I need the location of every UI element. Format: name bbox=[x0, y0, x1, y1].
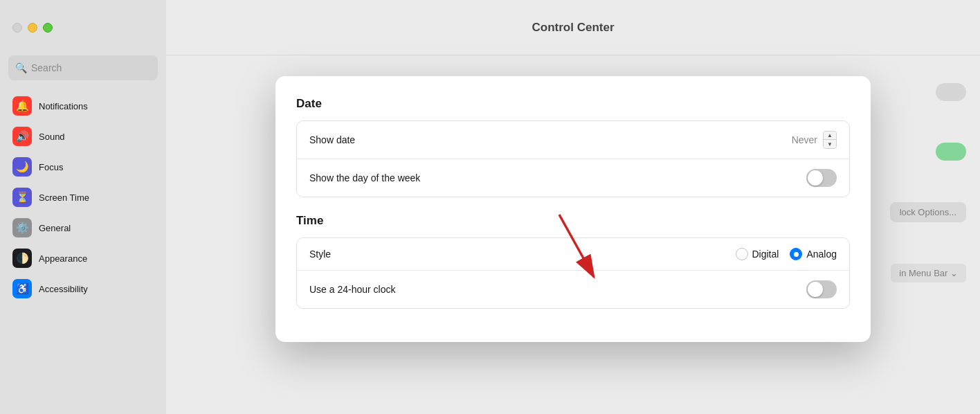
search-icon: 🔍 bbox=[15, 62, 27, 73]
date-section-title: Date bbox=[296, 97, 850, 111]
24-hour-clock-toggle[interactable] bbox=[806, 280, 837, 298]
notifications-icon: 🔔 bbox=[12, 96, 32, 116]
settings-modal: Date Show date Never ▲ ▼ bbox=[275, 76, 871, 342]
general-label: General bbox=[39, 223, 71, 233]
show-date-control: Never ▲ ▼ bbox=[792, 131, 837, 149]
sidebar-item-accessibility[interactable]: ♿ Accessibility bbox=[6, 274, 161, 303]
general-icon: ⚙️ bbox=[12, 218, 32, 237]
analog-radio[interactable] bbox=[790, 248, 802, 260]
digital-radio[interactable] bbox=[736, 248, 748, 260]
sound-icon: 🔊 bbox=[12, 127, 32, 146]
maximize-button[interactable] bbox=[43, 23, 53, 33]
show-date-label: Show date bbox=[309, 134, 355, 145]
accessibility-icon: ♿ bbox=[12, 279, 32, 298]
time-settings-group: Style Digital Analog bbox=[296, 237, 850, 309]
time-section: Time Style Digital bbox=[296, 214, 850, 309]
sidebar-nav: 🔔 Notifications 🔊 Sound 🌙 Focus ⏳ Screen… bbox=[0, 89, 166, 306]
date-section: Date Show date Never ▲ ▼ bbox=[296, 97, 850, 197]
focus-icon: 🌙 bbox=[12, 157, 32, 177]
digital-option[interactable]: Digital bbox=[736, 248, 779, 260]
date-settings-group: Show date Never ▲ ▼ bbox=[296, 120, 850, 197]
show-day-of-week-toggle[interactable] bbox=[806, 169, 837, 187]
show-date-stepper[interactable]: Never ▲ ▼ bbox=[792, 131, 837, 149]
main-body: lock Options... in Menu Bar ⌄ Date Sh bbox=[166, 55, 980, 414]
sidebar-item-focus[interactable]: 🌙 Focus bbox=[6, 152, 161, 181]
style-radio-group: Digital Analog bbox=[736, 248, 837, 260]
analog-label: Analog bbox=[806, 249, 837, 260]
focus-label: Focus bbox=[39, 162, 63, 172]
notifications-label: Notifications bbox=[39, 101, 88, 111]
digital-label: Digital bbox=[752, 249, 779, 260]
appearance-label: Appearance bbox=[39, 253, 87, 264]
screen-time-icon: ⏳ bbox=[12, 188, 32, 207]
sidebar-item-general[interactable]: ⚙️ General bbox=[6, 213, 161, 242]
stepper-down-button[interactable]: ▼ bbox=[824, 140, 836, 148]
stepper-up-button[interactable]: ▲ bbox=[824, 132, 836, 140]
sound-label: Sound bbox=[39, 132, 65, 142]
main-content: Control Center lock Options... in Menu B… bbox=[166, 0, 980, 414]
show-day-of-week-row: Show the day of the week bbox=[297, 159, 849, 197]
style-row: Style Digital Analog bbox=[297, 238, 849, 270]
close-button[interactable] bbox=[12, 23, 22, 33]
show-date-row: Show date Never ▲ ▼ bbox=[297, 121, 849, 159]
toggle-knob-2 bbox=[808, 282, 823, 297]
stepper-buttons[interactable]: ▲ ▼ bbox=[823, 131, 837, 149]
search-placeholder: Search bbox=[31, 62, 62, 73]
show-day-of-week-label: Show the day of the week bbox=[309, 172, 420, 183]
modal-overlay: Date Show date Never ▲ ▼ bbox=[166, 55, 980, 414]
24-hour-clock-row: Use a 24-hour clock bbox=[297, 270, 849, 308]
toggle-knob bbox=[808, 170, 823, 186]
title-bar bbox=[0, 0, 166, 55]
24-hour-clock-label: Use a 24-hour clock bbox=[309, 284, 396, 295]
sidebar-item-notifications[interactable]: 🔔 Notifications bbox=[6, 91, 161, 120]
sidebar: 🔍 Search 🔔 Notifications 🔊 Sound 🌙 Focus… bbox=[0, 0, 166, 414]
screen-time-label: Screen Time bbox=[39, 192, 89, 203]
sidebar-item-appearance[interactable]: 🌓 Appearance bbox=[6, 244, 161, 273]
stepper-value: Never bbox=[792, 134, 817, 145]
search-bar[interactable]: 🔍 Search bbox=[8, 55, 158, 80]
page-title: Control Center bbox=[532, 21, 615, 35]
sidebar-item-screen-time[interactable]: ⏳ Screen Time bbox=[6, 183, 161, 212]
accessibility-label: Accessibility bbox=[39, 284, 88, 294]
style-label: Style bbox=[309, 249, 331, 260]
sidebar-item-sound[interactable]: 🔊 Sound bbox=[6, 122, 161, 151]
minimize-button[interactable] bbox=[28, 23, 37, 33]
main-header: Control Center bbox=[166, 0, 980, 55]
time-section-title: Time bbox=[296, 214, 850, 228]
analog-option[interactable]: Analog bbox=[790, 248, 837, 260]
appearance-icon: 🌓 bbox=[12, 249, 32, 268]
